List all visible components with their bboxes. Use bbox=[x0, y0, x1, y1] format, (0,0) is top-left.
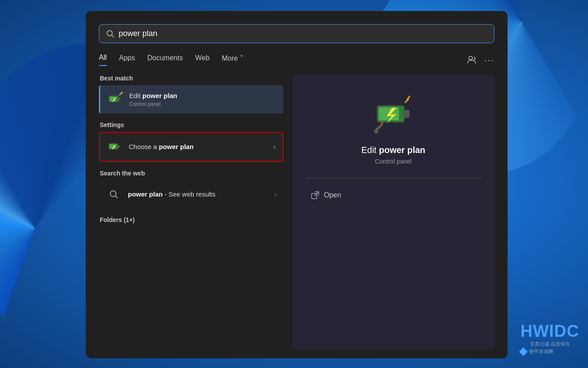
choose-power-plan-text: Choose a power plan bbox=[129, 142, 267, 151]
settings-label: Settings bbox=[99, 121, 283, 128]
web-search-text: power plan - See web results bbox=[128, 190, 268, 199]
right-panel: Edit power plan Control panel Open bbox=[292, 75, 494, 350]
open-external-icon bbox=[311, 191, 319, 200]
tab-documents[interactable]: Documents bbox=[147, 54, 183, 66]
right-panel-subtitle: Control panel bbox=[375, 158, 411, 165]
edit-power-plan-text: Edit power plan Control panel bbox=[129, 91, 276, 107]
watermark: HWIDC 至真云诚 品质保住 硬件攻城狮 bbox=[520, 322, 579, 355]
svg-point-2 bbox=[469, 56, 472, 60]
edit-power-plan-title: Edit power plan bbox=[129, 91, 276, 100]
web-search-arrow: › bbox=[274, 191, 276, 198]
svg-rect-17 bbox=[404, 110, 410, 118]
tabs-bar: All Apps Documents Web More ˅ ··· bbox=[99, 54, 494, 66]
user-switch-icon[interactable] bbox=[467, 55, 477, 64]
search-icon bbox=[106, 30, 114, 38]
panel-divider bbox=[305, 178, 481, 179]
folders-label: Folders (1+) bbox=[99, 216, 283, 223]
choose-power-plan-icon bbox=[107, 139, 123, 155]
svg-line-15 bbox=[116, 196, 118, 198]
tab-more[interactable]: More ˅ bbox=[222, 54, 243, 66]
search-input[interactable]: power plan bbox=[119, 29, 487, 38]
watermark-sub1: 至真云诚 品质保住 bbox=[520, 341, 579, 347]
watermark-title: HWIDC bbox=[520, 322, 579, 341]
svg-rect-4 bbox=[119, 98, 120, 100]
tab-apps[interactable]: Apps bbox=[119, 54, 135, 66]
svg-point-8 bbox=[121, 92, 123, 94]
folders-section: Folders (1+) bbox=[99, 216, 283, 227]
watermark-logo: 硬件攻城狮 bbox=[520, 348, 579, 355]
svg-rect-10 bbox=[118, 145, 120, 148]
tab-web[interactable]: Web bbox=[195, 54, 210, 66]
result-edit-power-plan[interactable]: Edit power plan Control panel bbox=[99, 85, 283, 113]
more-options-icon[interactable]: ··· bbox=[484, 55, 494, 65]
result-choose-power-plan[interactable]: Choose a power plan › bbox=[99, 132, 283, 162]
svg-rect-20 bbox=[374, 131, 378, 133]
diamond-icon bbox=[519, 347, 528, 356]
search-web-label: Search the web bbox=[99, 170, 283, 177]
tabs-actions: ··· bbox=[467, 55, 494, 65]
watermark-sub2: 硬件攻城狮 bbox=[529, 348, 553, 355]
result-web-search[interactable]: power plan - See web results › bbox=[99, 180, 283, 208]
content-area: Best match Edit po bbox=[99, 75, 494, 350]
open-button[interactable]: Open bbox=[305, 187, 481, 203]
right-panel-title: Edit power plan bbox=[361, 145, 425, 155]
edit-power-plan-icon bbox=[107, 91, 123, 107]
web-section: Search the web power plan - See web resu… bbox=[99, 170, 283, 209]
choose-power-plan-arrow: › bbox=[273, 143, 276, 150]
svg-line-1 bbox=[112, 35, 114, 37]
best-match-label: Best match bbox=[99, 75, 283, 82]
right-panel-battery-icon bbox=[371, 92, 415, 136]
settings-section: Settings Choose a power plan bbox=[99, 121, 283, 163]
search-panel: power plan All Apps Documents Web More ˅… bbox=[86, 11, 508, 358]
choose-power-plan-title: Choose a power plan bbox=[129, 142, 267, 151]
open-label: Open bbox=[324, 191, 341, 199]
web-search-title: power plan - See web results bbox=[128, 190, 268, 199]
edit-power-plan-subtitle: Control panel bbox=[129, 101, 276, 107]
search-bar[interactable]: power plan bbox=[99, 24, 494, 43]
tab-all[interactable]: All bbox=[99, 54, 107, 66]
left-panel: Best match Edit po bbox=[99, 75, 283, 350]
web-search-icon bbox=[106, 186, 122, 202]
